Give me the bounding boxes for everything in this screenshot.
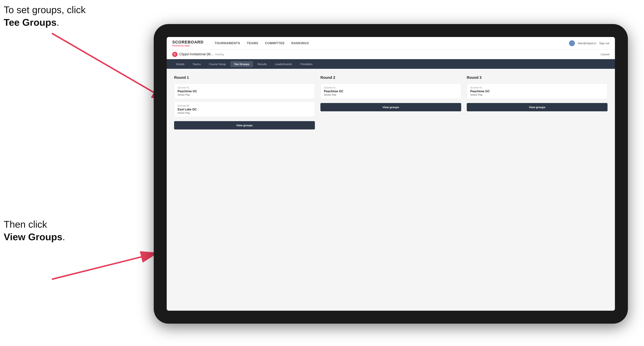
round-3-course-a-label: (Course A)	[470, 86, 604, 89]
round-2-course-a-format: Stroke Play	[324, 93, 458, 96]
sign-out-link[interactable]: Sign out	[599, 42, 609, 45]
round-3-course-a-card: (Course A) Peachtree GC Stroke Play	[467, 83, 608, 99]
tournament-title: C Clippd Invitational (M... Hosting	[172, 52, 224, 57]
round-2-title: Round 2	[320, 75, 461, 80]
sub-header: C Clippd Invitational (M... Hosting Canc…	[167, 50, 615, 59]
instruction-top-line1: To set groups, click	[4, 4, 86, 15]
round-3-column: Round 3 (Course A) Peachtree GC Stroke P…	[467, 75, 608, 130]
round-2-course-a-name: Peachtree GC	[324, 90, 458, 93]
tab-tee-groups[interactable]: Tee Groups	[230, 61, 253, 67]
nav-right: blair@clippd.io Sign out	[569, 40, 609, 46]
tournament-name: Clippd Invitational (M...	[179, 52, 213, 56]
nav-teams[interactable]: TEAMS	[247, 41, 258, 45]
c-logo: C	[172, 52, 178, 57]
round-2-course-a-label: (Course A)	[324, 86, 458, 89]
user-email: blair@clippd.io	[578, 42, 596, 45]
round-1-course-a-label: (Course A)	[178, 86, 311, 89]
round-1-course-b-name: East Lake GC	[178, 108, 311, 111]
round-3-course-a-name: Peachtree GC	[470, 90, 604, 93]
tab-details[interactable]: Details	[172, 61, 188, 67]
svg-line-3	[52, 253, 156, 279]
top-nav: SCOREBOARD Powered by clippi TOURNAMENTS…	[167, 37, 615, 50]
nav-links: TOURNAMENTS TEAMS COMMITTEE RANKINGS	[215, 41, 562, 45]
round-1-view-groups-button[interactable]: View groups	[174, 121, 315, 130]
svg-line-1	[52, 33, 167, 100]
round-3-course-a-format: Stroke Play	[470, 93, 604, 96]
tab-leaderboards[interactable]: Leaderboards	[271, 61, 296, 67]
cancel-button[interactable]: Cancel	[601, 53, 609, 56]
tablet-frame: SCOREBOARD Powered by clippi TOURNAMENTS…	[154, 24, 628, 324]
tab-results[interactable]: Results	[254, 61, 270, 67]
instruction-top: To set groups, click Tee Groups.	[4, 4, 86, 29]
nav-rankings[interactable]: RANKINGS	[291, 41, 309, 45]
tab-bar: Details Teams Course Setup Tee Groups Re…	[167, 59, 615, 69]
nav-tournaments[interactable]: TOURNAMENTS	[215, 41, 240, 45]
instruction-top-bold: Tee Groups	[4, 17, 56, 28]
main-content: Round 1 (Course A) Peachtree GC Stroke P…	[167, 69, 615, 311]
round-2-view-groups-button[interactable]: View groups	[320, 103, 461, 111]
round-1-course-b-card: (Course B) East Lake GC Stroke Play	[174, 102, 315, 117]
instruction-bottom-line1: Then click	[4, 219, 47, 230]
round-1-course-a-card: (Course A) Peachtree GC Stroke Play	[174, 83, 315, 99]
tablet-screen: SCOREBOARD Powered by clippi TOURNAMENTS…	[167, 37, 615, 311]
hosting-badge: Hosting	[215, 53, 224, 56]
round-1-course-b-label: (Course B)	[178, 104, 311, 107]
user-avatar	[569, 40, 575, 46]
round-1-course-a-format: Stroke Play	[178, 93, 311, 96]
tab-course-setup[interactable]: Course Setup	[205, 61, 230, 67]
round-2-course-a-card: (Course A) Peachtree GC Stroke Play	[320, 83, 461, 99]
logo-text: SCOREBOARD	[172, 40, 204, 45]
rounds-container: Round 1 (Course A) Peachtree GC Stroke P…	[174, 75, 608, 130]
round-1-title: Round 1	[174, 75, 315, 80]
round-1-course-b-format: Stroke Play	[178, 112, 311, 114]
instruction-top-suffix: .	[56, 17, 59, 28]
logo-sub: Powered by clippi	[172, 45, 204, 47]
logo-area: SCOREBOARD Powered by clippi	[172, 40, 204, 47]
round-1-column: Round 1 (Course A) Peachtree GC Stroke P…	[174, 75, 315, 130]
tab-teams[interactable]: Teams	[189, 61, 204, 67]
round-3-view-groups-button[interactable]: View groups	[467, 103, 608, 111]
round-1-course-a-name: Peachtree GC	[178, 90, 311, 93]
round-3-title: Round 3	[467, 75, 608, 80]
tab-printables[interactable]: Printables	[296, 61, 316, 67]
round-2-column: Round 2 (Course A) Peachtree GC Stroke P…	[320, 75, 461, 130]
nav-committee[interactable]: COMMITTEE	[265, 41, 285, 45]
